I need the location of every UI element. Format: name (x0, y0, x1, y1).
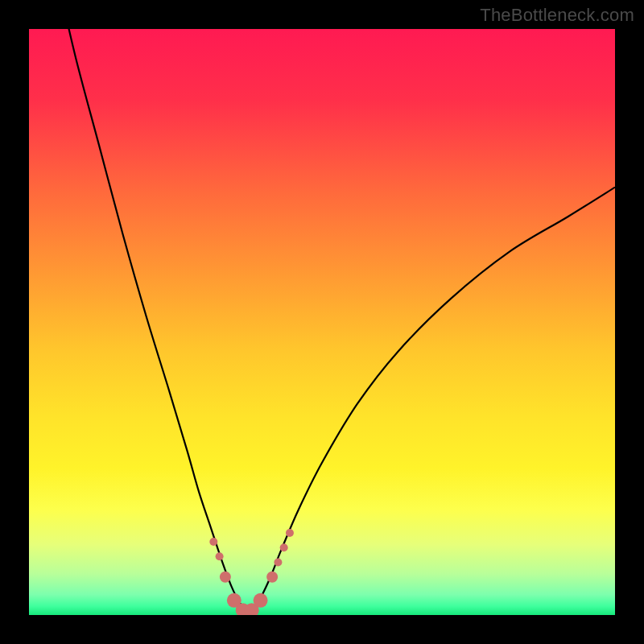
curve-right (249, 188, 615, 613)
plot-area (29, 29, 615, 615)
curve-left (58, 29, 249, 612)
chart-frame: TheBottleneck.com (0, 0, 644, 644)
highlight-dot (254, 593, 268, 608)
highlight-dot (209, 538, 217, 546)
highlight-dot (286, 529, 294, 537)
highlight-dot (220, 572, 231, 583)
highlight-dot (280, 543, 288, 551)
highlight-markers (209, 529, 294, 615)
watermark-text: TheBottleneck.com (480, 5, 634, 26)
highlight-dot (266, 572, 278, 583)
highlight-dot (274, 558, 282, 566)
highlight-dot (216, 552, 224, 560)
curve-layer (29, 29, 615, 615)
